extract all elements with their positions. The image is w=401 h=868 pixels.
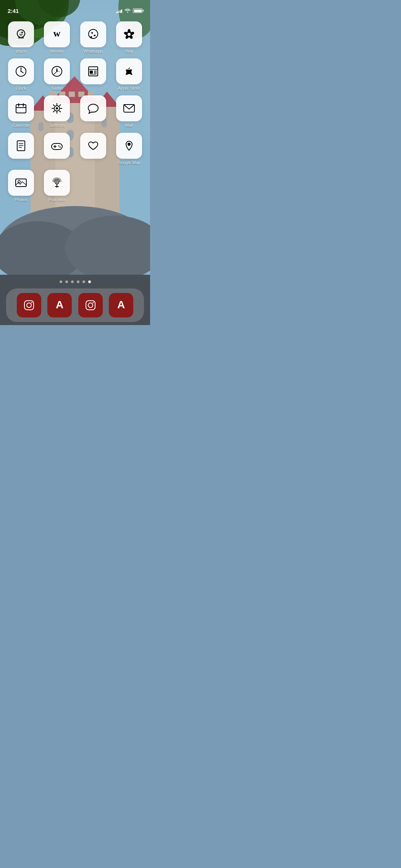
page-dot-5 xyxy=(82,280,85,283)
app-podcasts[interactable]: Podcasts xyxy=(42,170,72,202)
app-waze[interactable]: Waze xyxy=(6,21,36,54)
dock-appstore-2[interactable]: A xyxy=(109,293,133,317)
app-icon-messages xyxy=(80,95,106,121)
status-icons xyxy=(116,8,143,14)
app-row-1: Waze w Weebly Whatsapp xyxy=(6,21,144,54)
app-google-maps[interactable]: Google Map xyxy=(114,133,144,165)
signal-icon xyxy=(116,8,123,13)
svg-point-74 xyxy=(60,147,61,148)
app-icon-notes xyxy=(8,133,34,159)
wifi-icon xyxy=(125,8,131,14)
svg-text:A: A xyxy=(56,299,63,311)
battery-icon xyxy=(133,8,142,13)
app-clock[interactable]: Clock xyxy=(6,58,36,91)
svg-text:A: A xyxy=(117,299,125,311)
app-photos[interactable]: Photos xyxy=(6,170,36,202)
svg-point-34 xyxy=(18,37,20,39)
svg-point-88 xyxy=(92,302,94,303)
app-icon-podcasts xyxy=(44,170,70,196)
app-weebly[interactable]: w Weebly xyxy=(42,21,72,54)
app-calendar[interactable]: Calendar xyxy=(6,95,36,128)
app-icon-calendar xyxy=(8,95,34,121)
dock-appstore-1[interactable]: A xyxy=(47,293,72,317)
app-yelp[interactable]: Yelp xyxy=(114,21,144,54)
app-icon-clock xyxy=(8,58,34,84)
svg-rect-66 xyxy=(17,141,25,151)
app-label-google-maps: Google Map xyxy=(118,160,141,165)
app-row-2: Clock Safari xyxy=(6,58,144,91)
svg-point-33 xyxy=(21,32,23,33)
app-icon-gaming xyxy=(44,133,70,159)
app-notes[interactable] xyxy=(6,133,36,165)
app-icon-settings xyxy=(44,95,70,121)
page-dot-3 xyxy=(71,280,74,283)
svg-point-43 xyxy=(128,33,131,36)
svg-point-87 xyxy=(88,303,93,308)
svg-line-52 xyxy=(54,71,57,74)
app-label-mail: Mail xyxy=(125,123,133,128)
page-dot-2 xyxy=(65,280,68,283)
app-row-4: Google Map xyxy=(6,133,144,165)
app-icon-waze xyxy=(8,21,34,47)
app-label-yelp: Yelp xyxy=(125,49,133,54)
svg-point-37 xyxy=(89,29,98,39)
app-grid: Waze w Weebly Whatsapp xyxy=(0,21,150,207)
app-label-weebly: Weebly xyxy=(50,49,64,54)
svg-point-47 xyxy=(21,71,22,72)
svg-point-79 xyxy=(56,181,58,183)
svg-point-83 xyxy=(27,303,31,308)
svg-point-35 xyxy=(22,37,24,39)
app-label-apple-store: Apple Store xyxy=(118,86,140,91)
app-apple-store[interactable]: Apple Store xyxy=(114,58,144,91)
app-label-podcasts: Podcasts xyxy=(49,197,66,202)
app-row-3: Calendar Settings xyxy=(6,95,144,128)
app-whatsapp[interactable]: Whatsapp xyxy=(78,21,108,54)
app-gaming[interactable] xyxy=(42,133,72,165)
app-icon-mail xyxy=(116,95,142,121)
app-mail[interactable]: Mail xyxy=(114,95,144,128)
svg-point-75 xyxy=(128,143,131,146)
app-icon-yelp xyxy=(116,21,142,47)
status-bar: 2:41 xyxy=(0,0,150,17)
app-safari[interactable]: Safari xyxy=(42,58,72,91)
svg-marker-51 xyxy=(57,71,61,72)
app-label-calendar: Calendar xyxy=(13,123,30,128)
app-icon-news xyxy=(80,58,106,84)
app-icon-apple-store xyxy=(116,58,142,84)
page-dot-4 xyxy=(77,280,79,283)
app-icon-photos xyxy=(8,170,34,196)
svg-point-84 xyxy=(31,302,32,303)
app-label-whatsapp: Whatsapp xyxy=(84,49,103,54)
app-label-photos: Photos xyxy=(15,197,27,202)
app-label-settings: Settings xyxy=(49,123,65,128)
app-health[interactable] xyxy=(78,133,108,165)
svg-text:w: w xyxy=(53,28,61,39)
app-messages[interactable] xyxy=(78,95,108,128)
dock-icon-instagram-2 xyxy=(78,293,103,317)
app-row-5: Photos Podcasts xyxy=(6,170,144,202)
app-icon-whatsapp xyxy=(80,21,106,47)
page-dot-1 xyxy=(60,280,62,283)
status-time: 2:41 xyxy=(8,8,19,14)
svg-point-64 xyxy=(56,107,58,110)
app-icon-google-maps xyxy=(116,133,142,159)
svg-rect-60 xyxy=(16,105,26,113)
svg-rect-82 xyxy=(24,301,34,310)
page-dots xyxy=(0,280,150,283)
app-icon-safari xyxy=(44,58,70,84)
app-news[interactable] xyxy=(78,58,108,91)
dock-icon-appstore-1: A xyxy=(47,293,72,317)
dock-icon-appstore-2: A xyxy=(109,293,133,317)
app-icon-health xyxy=(80,133,106,159)
dock-instagram-2[interactable] xyxy=(78,293,103,317)
svg-rect-86 xyxy=(86,301,95,310)
svg-rect-70 xyxy=(52,143,62,150)
dock-icon-instagram-1 xyxy=(17,293,41,317)
svg-rect-55 xyxy=(90,71,93,74)
dock: A A xyxy=(6,288,144,322)
app-icon-weebly: w xyxy=(44,21,70,47)
svg-marker-50 xyxy=(56,68,58,71)
dock-instagram-1[interactable] xyxy=(17,293,41,317)
app-settings[interactable]: Settings xyxy=(42,95,72,128)
svg-point-73 xyxy=(58,145,60,147)
